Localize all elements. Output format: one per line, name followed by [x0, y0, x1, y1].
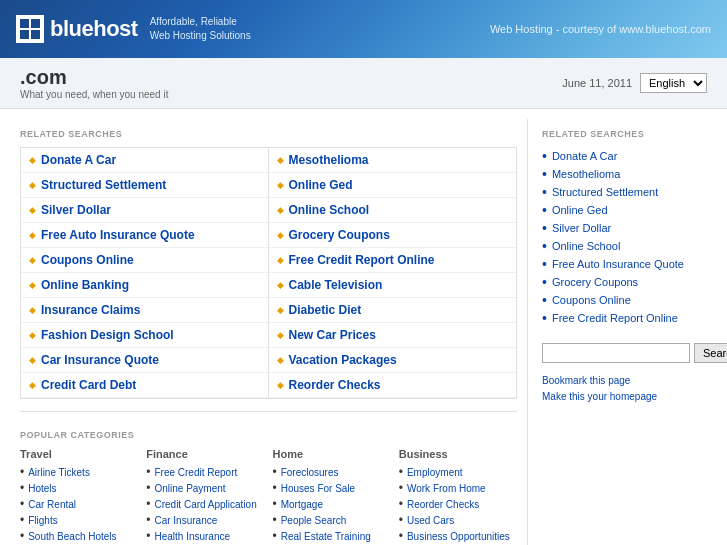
- list-item: ◆ Vacation Packages: [269, 348, 517, 373]
- list-item: ◆ Donate A Car: [21, 148, 269, 173]
- list-item: Free Credit Report: [146, 464, 264, 480]
- list-item: People Search: [273, 512, 391, 528]
- search-link[interactable]: Vacation Packages: [289, 353, 397, 367]
- search-link[interactable]: Reorder Checks: [289, 378, 381, 392]
- right-search-link[interactable]: Grocery Coupons: [552, 276, 638, 288]
- diamond-icon: ◆: [29, 205, 36, 215]
- domain-tagline: What you need, when you need it: [20, 89, 168, 100]
- category-link[interactable]: Real Estate Training: [281, 531, 371, 542]
- list-item: ◆ Free Credit Report Online: [269, 248, 517, 273]
- list-item: Car Insurance: [146, 512, 264, 528]
- diamond-icon: ◆: [277, 330, 284, 340]
- category-link[interactable]: Work From Home: [407, 483, 486, 494]
- list-item: Work From Home: [399, 480, 517, 496]
- category-link[interactable]: Mortgage: [281, 499, 323, 510]
- search-link[interactable]: Grocery Coupons: [289, 228, 390, 242]
- list-item: Airline Tickets: [20, 464, 138, 480]
- category-link[interactable]: Flights: [28, 515, 57, 526]
- right-search-link[interactable]: Online Ged: [552, 204, 608, 216]
- right-search-link[interactable]: Donate A Car: [552, 150, 617, 162]
- category-link[interactable]: Car Insurance: [154, 515, 217, 526]
- search-link[interactable]: Structured Settlement: [41, 178, 166, 192]
- list-item: ◆ Insurance Claims: [21, 298, 269, 323]
- domain-bar-right: June 11, 2011 English: [562, 73, 707, 93]
- category-link[interactable]: Reorder Checks: [407, 499, 479, 510]
- bullet-icon: •: [542, 149, 547, 163]
- search-link[interactable]: Online Ged: [289, 178, 353, 192]
- category-link[interactable]: Hotels: [28, 483, 56, 494]
- search-links-grid: ◆ Donate A Car ◆ Mesothelioma ◆ Structur…: [20, 147, 517, 399]
- search-link[interactable]: Fashion Design School: [41, 328, 174, 342]
- search-link[interactable]: Free Auto Insurance Quote: [41, 228, 195, 242]
- list-item: • Online School: [542, 237, 707, 255]
- search-link[interactable]: Credit Card Debt: [41, 378, 136, 392]
- category-link[interactable]: Employment: [407, 467, 463, 478]
- category-link[interactable]: People Search: [281, 515, 347, 526]
- category-travel-list: Airline Tickets Hotels Car Rental Flight…: [20, 464, 138, 544]
- list-item: • Donate A Car: [542, 147, 707, 165]
- search-link[interactable]: Insurance Claims: [41, 303, 140, 317]
- list-item: ◆ Online Ged: [269, 173, 517, 198]
- list-item: Hotels: [20, 480, 138, 496]
- diamond-icon: ◆: [29, 380, 36, 390]
- main-content: Related Searches ◆ Donate A Car ◆ Mesoth…: [0, 109, 727, 545]
- right-search-link[interactable]: Online School: [552, 240, 621, 252]
- category-link[interactable]: Houses For Sale: [281, 483, 355, 494]
- domain-info: .com What you need, when you need it: [20, 66, 168, 100]
- category-link[interactable]: Free Credit Report: [154, 467, 237, 478]
- category-link[interactable]: Airline Tickets: [28, 467, 90, 478]
- search-link[interactable]: Cable Television: [289, 278, 383, 292]
- category-link[interactable]: Used Cars: [407, 515, 454, 526]
- list-item: ◆ Grocery Coupons: [269, 223, 517, 248]
- header-left: bluehost Affordable, Reliable Web Hostin…: [16, 15, 251, 43]
- search-link[interactable]: Diabetic Diet: [289, 303, 362, 317]
- diamond-icon: ◆: [277, 380, 284, 390]
- right-search-link[interactable]: Free Auto Insurance Quote: [552, 258, 684, 270]
- right-search-button[interactable]: Search: [694, 343, 727, 363]
- right-links-list: • Donate A Car • Mesothelioma • Structur…: [542, 147, 707, 327]
- category-link[interactable]: Business Opportunities: [407, 531, 510, 542]
- popular-categories: Popular Categories Travel Airline Ticket…: [20, 411, 517, 544]
- search-link[interactable]: Coupons Online: [41, 253, 134, 267]
- bookmark-link[interactable]: Bookmark this page: [542, 375, 630, 386]
- search-link[interactable]: Donate A Car: [41, 153, 116, 167]
- diamond-icon: ◆: [29, 355, 36, 365]
- list-item: Used Cars: [399, 512, 517, 528]
- category-link[interactable]: Credit Card Application: [154, 499, 256, 510]
- right-search-link[interactable]: Coupons Online: [552, 294, 631, 306]
- language-select[interactable]: English: [640, 73, 707, 93]
- category-link[interactable]: South Beach Hotels: [28, 531, 116, 542]
- diamond-icon: ◆: [277, 305, 284, 315]
- search-link[interactable]: Mesothelioma: [289, 153, 369, 167]
- right-search-input[interactable]: [542, 343, 690, 363]
- search-link[interactable]: Online Banking: [41, 278, 129, 292]
- domain-name: .com: [20, 66, 168, 89]
- diamond-icon: ◆: [29, 305, 36, 315]
- category-home: Home Foreclosures Houses For Sale Mortga…: [273, 448, 391, 544]
- list-item: Health Insurance: [146, 528, 264, 544]
- right-search-link[interactable]: Free Credit Report Online: [552, 312, 678, 324]
- list-item: Real Estate Training: [273, 528, 391, 544]
- search-link[interactable]: Online School: [289, 203, 370, 217]
- search-link[interactable]: Car Insurance Quote: [41, 353, 159, 367]
- search-link[interactable]: Silver Dollar: [41, 203, 111, 217]
- right-search-link[interactable]: Structured Settlement: [552, 186, 658, 198]
- category-business-title: Business: [399, 448, 517, 460]
- bluehost-icon: [16, 15, 44, 43]
- category-finance-title: Finance: [146, 448, 264, 460]
- search-link[interactable]: New Car Prices: [289, 328, 376, 342]
- list-item: South Beach Hotels: [20, 528, 138, 544]
- category-link[interactable]: Online Payment: [154, 483, 225, 494]
- category-link[interactable]: Foreclosures: [281, 467, 339, 478]
- left-panel: Related Searches ◆ Donate A Car ◆ Mesoth…: [20, 119, 527, 545]
- right-search-link[interactable]: Mesothelioma: [552, 168, 620, 180]
- list-item: • Free Credit Report Online: [542, 309, 707, 327]
- category-link[interactable]: Car Rental: [28, 499, 76, 510]
- search-link[interactable]: Free Credit Report Online: [289, 253, 435, 267]
- category-link[interactable]: Health Insurance: [154, 531, 230, 542]
- bullet-icon: •: [542, 167, 547, 181]
- right-search-link[interactable]: Silver Dollar: [552, 222, 611, 234]
- list-item: Mortgage: [273, 496, 391, 512]
- homepage-link[interactable]: Make this your homepage: [542, 391, 657, 402]
- popular-categories-title: Popular Categories: [20, 430, 517, 440]
